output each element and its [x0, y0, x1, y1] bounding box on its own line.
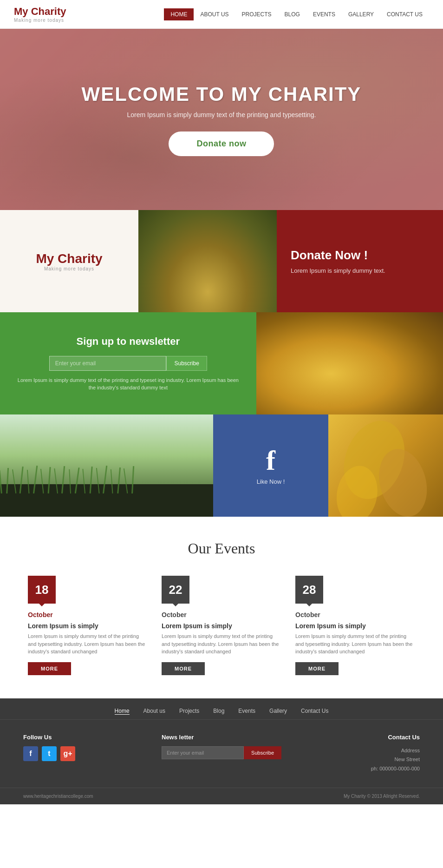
footer-bottom: www.heritagechristiancollege.com My Char…	[0, 788, 443, 804]
mid-donate-title: Donate Now !	[291, 248, 429, 263]
event-more-button-3[interactable]: MORE	[295, 662, 339, 675]
event-more-button-2[interactable]: MORE	[162, 662, 205, 675]
footer-contact-col: Contact Us Address New Street ph: 000000…	[300, 734, 420, 774]
social-icons: f t g+	[23, 746, 143, 761]
footer-newsletter-form: Subscribe	[162, 746, 281, 759]
event-heading-3: Lorem Ipsum is simply	[295, 622, 366, 630]
newsletter-section: Sign up to newsletter Subscribe Lorem Ip…	[0, 312, 443, 414]
logo-text-plain: My	[14, 6, 31, 17]
facebook-icon: f	[266, 447, 275, 474]
nav-projects[interactable]: PROJECTS	[235, 8, 278, 20]
newsletter-leaves-image	[256, 312, 443, 414]
main-nav: HOME ABOUT US PROJECTS BLOG EVENTS GALLE…	[164, 8, 429, 20]
newsletter-description: Lorem Ipsum is simply dummy text of the …	[14, 376, 242, 392]
logo-subtitle: Making more todays	[14, 18, 66, 23]
event-card-2: 22 October Lorem Ipsum is simply Lorem I…	[162, 576, 281, 675]
nav-gallery[interactable]: GALLERY	[342, 8, 380, 20]
mid-image-inner	[138, 210, 277, 312]
hero-title: WELCOME TO MY CHARITY	[82, 83, 362, 105]
newsletter-subscribe-button[interactable]: Subscribe	[166, 356, 207, 371]
leaves-right-image	[328, 414, 443, 517]
footer-address-line1: Address	[300, 746, 420, 756]
nav-events[interactable]: EVENTS	[306, 8, 342, 20]
event-card-1: 18 October Lorem Ipsum is simply Lorem I…	[28, 576, 148, 675]
grass-section: f Like Now !	[0, 414, 443, 517]
footer-nav-home[interactable]: Home	[115, 708, 130, 715]
footer-nav-events[interactable]: Events	[238, 708, 255, 715]
newsletter-title: Sign up to newsletter	[77, 335, 180, 348]
newsletter-left: Sign up to newsletter Subscribe Lorem Ip…	[0, 312, 256, 414]
mid-donate-block: Donate Now ! Lorem Ipsum is simply dummy…	[277, 210, 443, 312]
nav-blog[interactable]: BLOG	[278, 8, 306, 20]
mid-logo-title: My Charity	[36, 251, 102, 266]
logo-text-highlight: Charity	[31, 6, 66, 17]
newsletter-form: Subscribe	[49, 356, 207, 371]
mid-logo-plain: My	[36, 251, 58, 266]
footer-newsletter-title: News letter	[162, 734, 281, 741]
googleplus-social-icon[interactable]: g+	[60, 746, 75, 761]
footer-content: Follow Us f t g+ News letter Subscribe C…	[0, 720, 443, 788]
footer-address: Address New Street ph: 000000-0000-000	[300, 746, 420, 774]
event-date-1: 18	[28, 576, 56, 604]
nav-about[interactable]: ABOUT US	[194, 8, 235, 20]
grass-image	[0, 414, 213, 517]
footer-follow-title: Follow Us	[23, 734, 143, 741]
mid-logo-block: My Charity Making more todays	[0, 210, 138, 312]
nav-home[interactable]: HOME	[164, 8, 194, 20]
event-month-1: October	[28, 611, 53, 618]
event-card-3: 28 October Lorem Ipsum is simply Lorem I…	[295, 576, 415, 675]
facebook-box[interactable]: f Like Now !	[213, 414, 328, 517]
footer-website: www.heritagechristiancollege.com	[23, 794, 93, 799]
mid-logo-sub: Making more todays	[44, 266, 94, 271]
footer-address-line2: New Street	[300, 755, 420, 764]
facebook-social-icon[interactable]: f	[23, 746, 38, 761]
footer-nav-gallery[interactable]: Gallery	[269, 708, 287, 715]
footer-subscribe-button[interactable]: Subscribe	[244, 746, 281, 759]
event-text-1: Lorem Ipsum is simply dummy text of the …	[28, 632, 148, 656]
event-heading-2: Lorem Ipsum is simply	[162, 622, 232, 630]
svg-rect-1	[0, 484, 213, 517]
newsletter-email-input[interactable]	[49, 356, 167, 371]
events-section: Our Events 18 October Lorem Ipsum is sim…	[0, 517, 443, 698]
mid-logo-highlight: Charity	[58, 251, 102, 266]
donate-now-button[interactable]: Donate now	[169, 132, 274, 156]
facebook-label: Like Now !	[257, 478, 285, 485]
event-heading-1: Lorem Ipsum is simply	[28, 622, 98, 630]
footer-contact-title: Contact Us	[300, 734, 420, 741]
footer: Home About us Projects Blog Events Galle…	[0, 698, 443, 804]
events-grid: 18 October Lorem Ipsum is simply Lorem I…	[28, 576, 415, 675]
mid-section: My Charity Making more todays Donate Now…	[0, 210, 443, 312]
hero-subtitle: Lorem Ipsum is simply dummy text of the …	[82, 111, 362, 118]
logo: My Charity Making more todays	[14, 6, 66, 23]
footer-follow-col: Follow Us f t g+	[23, 734, 143, 774]
footer-nav-projects[interactable]: Projects	[179, 708, 199, 715]
footer-nav-blog[interactable]: Blog	[213, 708, 224, 715]
hero-content: WELCOME TO MY CHARITY Lorem Ipsum is sim…	[82, 83, 362, 156]
footer-newsletter-col: News letter Subscribe	[162, 734, 281, 774]
event-text-2: Lorem Ipsum is simply dummy text of the …	[162, 632, 281, 656]
events-title: Our Events	[28, 540, 415, 557]
mid-donate-text: Lorem Ipsum is simply dummy text.	[291, 267, 429, 274]
header: My Charity Making more todays HOME ABOUT…	[0, 0, 443, 29]
event-more-button-1[interactable]: MORE	[28, 662, 71, 675]
twitter-social-icon[interactable]: t	[42, 746, 57, 761]
mid-nature-image	[138, 210, 277, 312]
footer-nav-about[interactable]: About us	[143, 708, 165, 715]
event-date-3: 28	[295, 576, 323, 604]
footer-nav: Home About us Projects Blog Events Galle…	[0, 698, 443, 720]
footer-nav-contact[interactable]: Contact Us	[301, 708, 328, 715]
footer-address-line3: ph: 000000-0000-000	[300, 764, 420, 774]
grass-svg	[0, 414, 213, 517]
footer-copyright: My Charity © 2013 Allright Reserved.	[344, 794, 420, 799]
leaves-right-svg	[328, 414, 443, 517]
logo-title: My Charity	[14, 6, 66, 18]
event-month-3: October	[295, 611, 320, 618]
event-month-2: October	[162, 611, 187, 618]
footer-email-input[interactable]	[162, 746, 244, 759]
nav-contact[interactable]: CONTACT US	[380, 8, 429, 20]
event-date-2: 22	[162, 576, 189, 604]
hero-section: WELCOME TO MY CHARITY Lorem Ipsum is sim…	[0, 29, 443, 210]
leaves-bg-inner	[256, 312, 443, 414]
event-text-3: Lorem Ipsum is simply dummy text of the …	[295, 632, 415, 656]
